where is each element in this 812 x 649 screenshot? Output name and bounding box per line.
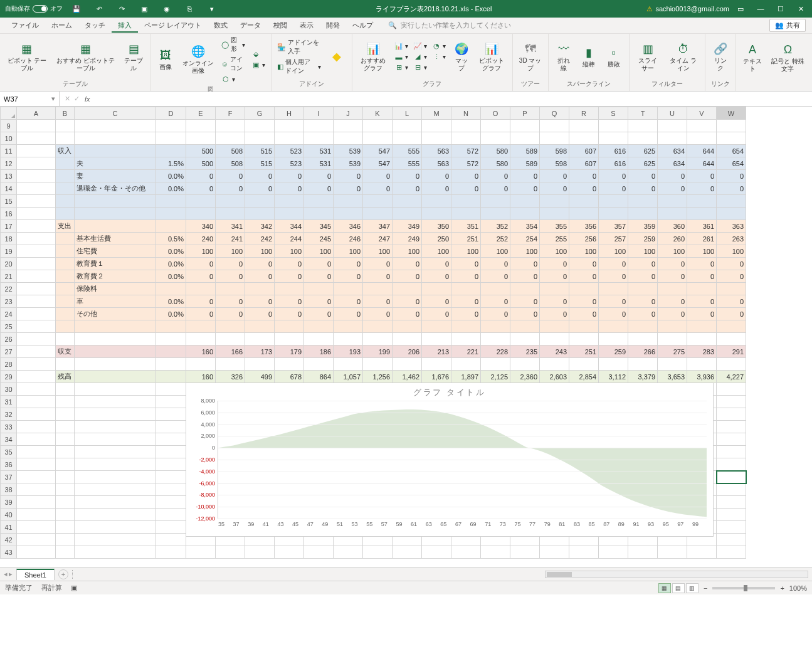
cell-A19[interactable] [17, 245, 56, 258]
cell-I18[interactable]: 245 [304, 233, 334, 245]
cell-M11[interactable]: 563 [422, 145, 451, 157]
cell-O20[interactable]: 0 [481, 258, 510, 270]
cell-B20[interactable] [56, 258, 75, 270]
cell-A25[interactable] [17, 320, 56, 333]
cell-R10[interactable] [569, 132, 599, 145]
cell-W13[interactable]: 0 [717, 170, 746, 182]
cell-P11[interactable]: 589 [510, 145, 540, 157]
cell-S24[interactable]: 0 [599, 308, 628, 320]
cell-Q11[interactable]: 598 [540, 145, 569, 157]
cell-C36[interactable] [75, 458, 156, 471]
column-header-J[interactable]: J [334, 107, 363, 120]
cell-N20[interactable]: 0 [451, 258, 481, 270]
cell-N26[interactable] [451, 333, 481, 346]
cell-D43[interactable] [156, 546, 186, 559]
cell-W37[interactable] [717, 471, 746, 483]
cell-D30[interactable] [156, 383, 186, 396]
cell-D39[interactable] [156, 496, 186, 509]
cell-M22[interactable] [422, 283, 451, 295]
sparkline-column-button[interactable]: ▮縦棒 [577, 45, 600, 70]
cell-M15[interactable] [422, 195, 451, 208]
cell-C28[interactable] [75, 358, 156, 371]
row-header-29[interactable]: 29 [1, 371, 17, 383]
cell-J21[interactable]: 0 [334, 270, 363, 283]
cell-Q10[interactable] [540, 132, 569, 145]
online-pictures-button[interactable]: 🌐オンライン 画像 [179, 43, 216, 76]
cell-U10[interactable] [658, 132, 687, 145]
cell-D40[interactable] [156, 509, 186, 521]
cell-O12[interactable]: 580 [481, 157, 510, 170]
cell-A20[interactable] [17, 258, 56, 270]
cell-A39[interactable] [17, 496, 56, 509]
cell-W27[interactable]: 291 [717, 346, 746, 358]
row-header-13[interactable]: 13 [1, 170, 17, 182]
cell-B40[interactable] [56, 509, 75, 521]
sparkline-winloss-button[interactable]: ▫勝敗 [603, 45, 625, 70]
cell-F28[interactable] [216, 358, 245, 371]
cell-B18[interactable] [56, 233, 75, 245]
cell-E43[interactable] [186, 546, 216, 559]
cell-T14[interactable]: 0 [628, 182, 658, 195]
cell-H24[interactable]: 0 [275, 308, 304, 320]
cell-P17[interactable]: 354 [510, 220, 540, 233]
cell-L21[interactable]: 0 [393, 270, 422, 283]
cell-C40[interactable] [75, 509, 156, 521]
cell-W18[interactable]: 263 [717, 233, 746, 245]
cell-I43[interactable] [304, 546, 334, 559]
cell-M29[interactable]: 1,676 [422, 371, 451, 383]
cell-M17[interactable]: 350 [422, 220, 451, 233]
ribbon-tab-ホーム[interactable]: ホーム [45, 19, 78, 31]
cell-B14[interactable] [56, 182, 75, 195]
row-header-28[interactable]: 28 [1, 358, 17, 371]
cell-Q9[interactable] [540, 120, 569, 132]
cell-D12[interactable]: 1.5% [156, 157, 186, 170]
cell-T28[interactable] [628, 358, 658, 371]
cell-W23[interactable]: 0 [717, 295, 746, 308]
cell-G29[interactable]: 499 [245, 371, 275, 383]
cell-U27[interactable]: 275 [658, 346, 687, 358]
cell-M18[interactable]: 250 [422, 233, 451, 245]
cell-Q26[interactable] [540, 333, 569, 346]
cell-F20[interactable]: 0 [216, 258, 245, 270]
cell-N23[interactable]: 0 [451, 295, 481, 308]
symbols-button[interactable]: Ω記号と 特殊文字 [767, 41, 808, 74]
slicer-button[interactable]: ▥スライサー [633, 41, 663, 73]
cell-J43[interactable] [334, 546, 363, 559]
cell-S16[interactable] [599, 208, 628, 220]
column-header-D[interactable]: D [156, 107, 186, 120]
cell-A24[interactable] [17, 308, 56, 320]
cell-B31[interactable] [56, 396, 75, 408]
cell-N11[interactable]: 572 [451, 145, 481, 157]
cell-B25[interactable] [56, 320, 75, 333]
cell-I22[interactable] [304, 283, 334, 295]
row-header-17[interactable]: 17 [1, 220, 17, 233]
zoom-slider[interactable] [712, 587, 775, 589]
cell-N22[interactable] [451, 283, 481, 295]
cell-C25[interactable] [75, 320, 156, 333]
cell-V28[interactable] [687, 358, 717, 371]
cell-O16[interactable] [481, 208, 510, 220]
cell-H15[interactable] [275, 195, 304, 208]
cell-K17[interactable]: 347 [363, 220, 393, 233]
cell-Q43[interactable] [540, 546, 569, 559]
cell-A9[interactable] [17, 120, 56, 132]
cell-G14[interactable]: 0 [245, 182, 275, 195]
cell-C39[interactable] [75, 496, 156, 509]
cell-W39[interactable] [717, 496, 746, 509]
cell-M23[interactable]: 0 [422, 295, 451, 308]
column-header-G[interactable]: G [245, 107, 275, 120]
cell-O22[interactable] [481, 283, 510, 295]
cell-H29[interactable]: 678 [275, 371, 304, 383]
cell-B35[interactable] [56, 446, 75, 458]
cell-C19[interactable]: 住宅費 [75, 245, 156, 258]
cell-B16[interactable] [56, 208, 75, 220]
cell-H43[interactable] [275, 546, 304, 559]
cell-O14[interactable]: 0 [481, 182, 510, 195]
cell-S43[interactable] [599, 546, 628, 559]
cell-I9[interactable] [304, 120, 334, 132]
cell-E10[interactable] [186, 132, 216, 145]
cell-K11[interactable]: 547 [363, 145, 393, 157]
cell-R15[interactable] [569, 195, 599, 208]
table-button[interactable]: ▤テーブル [121, 41, 146, 73]
cell-A42[interactable] [17, 534, 56, 546]
